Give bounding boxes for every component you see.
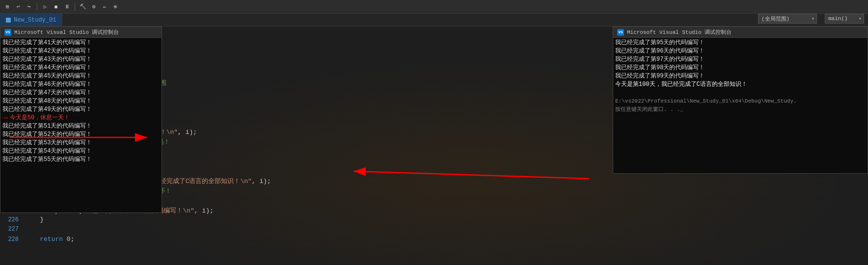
code-line-226: 226 } (0, 216, 868, 226)
r-line-close: 按任意键关闭此窗口. . ._ (615, 106, 866, 114)
scope-dropdowns: (全局范围) main() (62, 14, 868, 24)
debug-title-bar-right: Microsoft Visual Studio 调试控制台 (613, 27, 868, 38)
r-line-100: 今天是第100天，我已经完成了C语言的全部知识！ (615, 80, 866, 89)
r-line-97: 我已经完成了第97天的代码编写！ (615, 55, 866, 64)
debug-content-right: 我已经完成了第95天的代码编写！ 我已经完成了第96天的代码编写！ 我已经完成了… (613, 38, 868, 173)
scope-dropdown-global[interactable]: (全局范围) (758, 14, 817, 24)
toolbar: ⊞ ↩ ↪ ▷ ◼ ⏸ 🔨 ⚙ ✏ ⊕ (0, 0, 868, 14)
debug-line-54: 我已经完成了第54天的代码编写！ (2, 147, 160, 156)
r-line-99: 我已经完成了第99天的代码编写！ (615, 72, 866, 80)
divider1 (37, 3, 37, 11)
debug-line-51: 我已经完成了第51天的代码编写！ (2, 122, 160, 131)
debug-line-50-arrow: → 今天是50，休息一天！ (2, 114, 160, 122)
settings-icon[interactable]: ⚙ (89, 2, 98, 11)
vs-icon-right (617, 29, 624, 36)
scope1-label: (全局范围) (761, 15, 789, 23)
home-icon[interactable]: ⊞ (3, 2, 12, 11)
debug-title-text-right: Microsoft Visual Studio 调试控制台 (627, 28, 732, 36)
debug-line-53: 我已经完成了第53天的代码编写！ (2, 139, 160, 147)
r-line-96: 我已经完成了第96天的代码编写！ (615, 47, 866, 55)
debug-line-41: 我已经完成了第41天的代码编写！ (2, 39, 160, 47)
debug-console-left: Microsoft Visual Studio 调试控制台 我已经完成了第41天… (0, 26, 162, 213)
file-tab-label: New_Study_01 (14, 17, 56, 24)
tab-bar: New_Study_01 (全局范围) main() (0, 14, 868, 26)
code-content-228: return 0; (25, 236, 868, 243)
edit-icon[interactable]: ✏ (100, 2, 109, 11)
debug-console-right: Microsoft Visual Studio 调试控制台 我已经完成了第95天… (613, 26, 868, 174)
main-layout: Microsoft Visual Studio 调试控制台 我已经完成了第41天… (0, 26, 868, 265)
stop-icon[interactable]: ◼ (52, 2, 60, 11)
r-line-98: 我已经完成了第98天的代码编写！ (615, 64, 866, 72)
file-tab[interactable]: New_Study_01 (0, 14, 62, 26)
debug-line-45: 我已经完成了第45天的代码编写！ (2, 72, 160, 80)
debug-line-55: 我已经完成了第55天的代码编写！ (2, 156, 160, 164)
debug-line-42: 我已经完成了第42天的代码编写！ (2, 47, 160, 55)
pause-icon[interactable]: ⏸ (62, 2, 71, 11)
debug-line-46: 我已经完成了第46天的代码编写！ (2, 80, 160, 89)
file-tab-icon (6, 18, 11, 23)
debug-line-48: 我已经完成了第48天的代码编写！ (2, 97, 160, 106)
debug-line-52: 我已经完成了第52天的代码编写！ (2, 131, 160, 139)
line-num-226: 226 (0, 216, 25, 223)
debug-line-49: 我已经完成了第49天的代码编写！ (2, 106, 160, 114)
add-icon[interactable]: ⊕ (111, 2, 120, 11)
scope2-label: main() (828, 16, 848, 22)
line-num-227: 227 (0, 226, 25, 233)
code-line-228: 228 return 0; (0, 236, 868, 245)
back-icon[interactable]: ↩ (14, 2, 23, 11)
line-num-228: 228 (0, 236, 25, 243)
forward-icon[interactable]: ↪ (25, 2, 33, 11)
r-line-blank (615, 89, 866, 97)
r-line-path: E:\vs2022\Professional\New_Study_01\x64\… (615, 97, 866, 106)
debug-title-text-left: Microsoft Visual Studio 调试控制台 (14, 28, 119, 36)
debug-line-43: 我已经完成了第43天的代码编写！ (2, 55, 160, 64)
arrow-pointer-left: → (2, 114, 8, 122)
debug-line-47: 我已经完成了第47天的代码编写！ (2, 89, 160, 97)
tab-right-area: (全局范围) main() (62, 14, 868, 26)
r-line-95: 我已经完成了第95天的代码编写！ (615, 39, 866, 47)
divider2 (75, 3, 75, 11)
scope-dropdown-func[interactable]: main() (825, 14, 864, 24)
build-icon[interactable]: 🔨 (79, 2, 87, 11)
vs-icon-left (4, 29, 11, 36)
debug-title-bar-left: Microsoft Visual Studio 调试控制台 (0, 27, 162, 38)
run-icon[interactable]: ▷ (41, 2, 50, 11)
debug-line-44: 我已经完成了第44天的代码编写！ (2, 64, 160, 72)
debug-line-50-text: 今天是50，休息一天！ (10, 114, 70, 122)
code-content-226: } (25, 216, 868, 223)
code-line-227: 227 (0, 226, 868, 236)
debug-content-left: 我已经完成了第41天的代码编写！ 我已经完成了第42天的代码编写！ 我已经完成了… (0, 38, 162, 212)
